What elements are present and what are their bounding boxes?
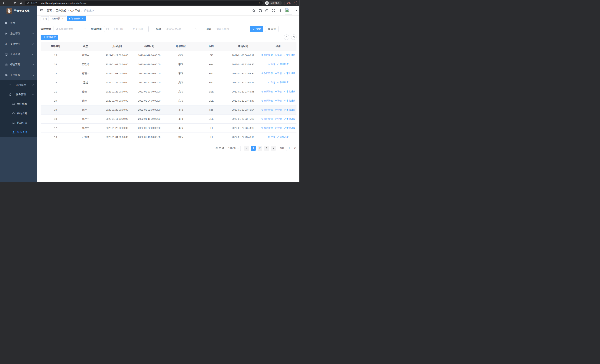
page-button-2[interactable]: 2 <box>258 146 262 151</box>
table-tools <box>284 35 297 40</box>
cell-end_time: 2022-01-04 00:00:00 <box>133 96 166 105</box>
browser-forward-button[interactable] <box>7 1 12 6</box>
app-logo[interactable]: 芋道管理系统 <box>0 6 37 16</box>
sidebar-item-todo-tasks[interactable]: 待办任务 <box>0 109 37 118</box>
cell-status: 处理中 <box>70 105 101 114</box>
toggle-search-button[interactable] <box>284 35 289 40</box>
result-select[interactable]: 请选择流结果 <box>164 26 199 32</box>
apply-time-range-picker[interactable]: 开始日期 - 结束日期 <box>104 26 149 32</box>
progress-link[interactable]: 审批进度 <box>277 135 289 139</box>
window-edge <box>299 0 300 182</box>
page-button-1[interactable]: 1 <box>251 146 256 151</box>
font-size-icon[interactable] <box>278 9 281 12</box>
progress-link[interactable]: 审批进度 <box>284 99 295 102</box>
sidebar-item-leave-query[interactable]: 请假查询 <box>0 128 37 137</box>
sidebar-item-task-mgmt[interactable]: 任务管理 <box>0 90 37 99</box>
progress-link[interactable]: 审批进度 <box>284 108 295 111</box>
sidebar-item-payment[interactable]: ¥ 支付管理 <box>0 39 37 49</box>
breadcrumb-item[interactable]: OA 示例 <box>70 9 80 12</box>
next-page-button[interactable] <box>271 146 276 151</box>
close-icon[interactable] <box>62 18 64 20</box>
breadcrumb-item[interactable]: 首页 <box>47 9 52 12</box>
cancel-link[interactable]: 取消请假 <box>261 126 273 130</box>
search-icon[interactable] <box>252 9 255 12</box>
breadcrumb: 首页 / 工作流程 / OA 示例 / 请假查询 <box>47 9 94 12</box>
trash-icon <box>261 100 263 102</box>
back-arrow-icon <box>2 1 6 5</box>
prev-page-button[interactable] <box>244 146 249 151</box>
tab-process-detail[interactable]: 流程详情 <box>50 16 66 21</box>
action-label: 取消请假 <box>264 90 273 93</box>
progress-link[interactable]: 审批进度 <box>284 54 295 57</box>
progress-link[interactable]: 审批进度 <box>277 81 289 84</box>
github-icon[interactable] <box>259 9 262 12</box>
cell-actions: 取消请假详情审批进度 <box>260 87 297 96</box>
eye-icon <box>275 127 277 129</box>
sidebar-item-devtools[interactable]: 研发工具 <box>0 59 37 70</box>
cancel-link[interactable]: 取消请假 <box>261 117 273 121</box>
detail-link[interactable]: 详情 <box>275 54 282 57</box>
sidebar-item-workflow[interactable]: 工作流程 <box>0 70 37 80</box>
action-label: 审批进度 <box>286 72 295 75</box>
detail-link[interactable]: 详情 <box>268 63 275 66</box>
cell-end_time: 2022-01-11 00:00:00 <box>133 114 166 123</box>
main-area: 首页 / 工作流程 / OA 示例 / 请假查询 <box>37 6 300 182</box>
breadcrumb-item[interactable]: 工作流程 <box>56 9 66 12</box>
progress-link[interactable]: 审批进度 <box>284 126 295 130</box>
progress-link[interactable]: 审批进度 <box>284 117 295 121</box>
reset-button[interactable]: 重置 <box>265 26 279 32</box>
sidebar-item-done-tasks[interactable]: 已办任务 <box>0 118 37 128</box>
sidebar-item-my-process[interactable]: 我的流程 <box>0 99 37 109</box>
reason-input[interactable] <box>214 26 246 32</box>
cancel-link[interactable]: 取消请假 <box>261 99 273 102</box>
cancel-link[interactable]: 取消请假 <box>261 108 273 111</box>
browser-update-menu[interactable]: 更新 ⋮ <box>284 1 297 5</box>
sidebar-collapse-icon[interactable] <box>39 9 44 13</box>
detail-link[interactable]: 详情 <box>268 81 275 84</box>
browser-reload-button[interactable] <box>13 1 18 6</box>
page-jump-input[interactable] <box>286 146 292 151</box>
close-icon[interactable] <box>81 18 84 20</box>
sidebar-item-system[interactable]: 系统管理 <box>0 28 37 39</box>
detail-link[interactable]: 详情 <box>268 135 275 139</box>
cell-leave_type: 婚假 <box>166 132 196 142</box>
leave-type-select[interactable]: 请选择请假类型 <box>54 26 88 32</box>
refresh-table-button[interactable] <box>291 35 297 40</box>
page-button-3[interactable]: 3 <box>264 146 269 151</box>
browser-back-button[interactable] <box>1 1 6 6</box>
progress-link[interactable]: 审批进度 <box>277 63 289 66</box>
action-label: 审批进度 <box>286 117 295 121</box>
cell-apply_time: 2022-01-22 23:49:46 <box>226 87 260 96</box>
detail-link[interactable]: 详情 <box>275 90 282 93</box>
cancel-link[interactable]: 取消请假 <box>261 72 273 75</box>
sidebar-item-infra[interactable]: 基础设施 <box>0 49 37 59</box>
sidebar-item-process-mgmt[interactable]: 流程管理 <box>0 80 37 90</box>
action-label: 详情 <box>271 81 275 84</box>
fullscreen-icon[interactable] <box>272 9 275 12</box>
help-icon[interactable] <box>265 9 269 12</box>
progress-link[interactable]: 审批进度 <box>284 72 295 75</box>
detail-link[interactable]: 详情 <box>275 108 282 111</box>
action-label: 取消请假 <box>264 99 273 102</box>
not-secure-indicator[interactable]: 不安全 <box>27 1 37 5</box>
detail-link[interactable]: 详情 <box>275 99 282 102</box>
tab-home[interactable]: 首页 <box>41 16 49 21</box>
chevron-down-icon[interactable] <box>296 10 297 11</box>
progress-link[interactable]: 审批进度 <box>284 90 295 93</box>
search-button[interactable]: 搜索 <box>250 26 263 32</box>
page-size-select[interactable]: 10条/页 <box>227 146 241 151</box>
detail-link[interactable]: 详情 <box>275 117 282 121</box>
tab-leave-query[interactable]: 请假查询 <box>67 16 86 21</box>
bookmark-star-icon[interactable]: ☆ <box>258 2 261 4</box>
avatar[interactable] <box>285 7 292 14</box>
sidebar-item-home[interactable]: 首页 <box>0 18 37 28</box>
browser-home-button[interactable] <box>18 1 23 6</box>
detail-link[interactable]: 详情 <box>275 72 282 75</box>
leave-type-label: 请假类型 <box>41 28 51 31</box>
tab-label: 流程详情 <box>52 17 60 20</box>
address-bar[interactable]: 不安全 dashboard.yudao.iocoder.cn /bpm/oa/l… <box>25 1 263 5</box>
detail-link[interactable]: 详情 <box>275 126 282 130</box>
create-leave-button[interactable]: 发起请假 <box>41 35 58 40</box>
cancel-link[interactable]: 取消请假 <box>261 90 273 93</box>
cancel-link[interactable]: 取消请假 <box>261 54 273 57</box>
